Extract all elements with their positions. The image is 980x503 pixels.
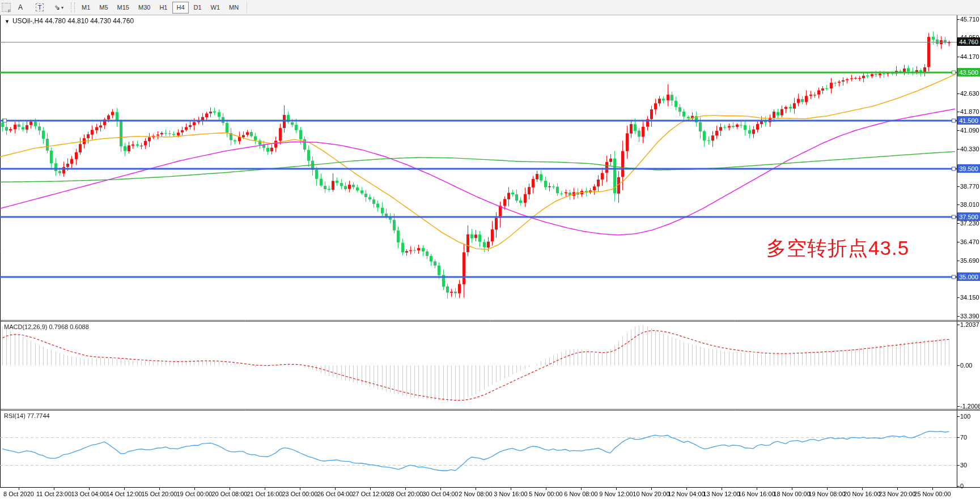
level-price-badge: 43.500 bbox=[957, 68, 980, 76]
time-axis-label: 26 Oct 04:00 bbox=[317, 491, 353, 497]
price-axis-tick: 37.230 bbox=[960, 220, 979, 227]
time-axis-label: 19 Oct 00:00 bbox=[177, 491, 213, 497]
time-axis-label: 11 Oct 23:00 bbox=[36, 491, 71, 497]
time-axis-label: 30 Oct 04:00 bbox=[423, 491, 459, 497]
time-axis-label: 13 Nov 12:00 bbox=[703, 491, 740, 497]
time-axis-label: 15 Oct 20:00 bbox=[142, 491, 177, 497]
time-axis-label: 9 Nov 12:00 bbox=[599, 491, 633, 497]
time-axis-label: 3 Nov 16:00 bbox=[494, 491, 527, 497]
time-axis-label: 20 Nov 16:00 bbox=[843, 491, 880, 497]
chevron-down-icon: ▾ bbox=[61, 5, 63, 10]
timeframe-button-m1[interactable]: M1 bbox=[78, 2, 94, 14]
toolbar-grip-icon[interactable]: F bbox=[2, 3, 11, 12]
price-axis-tick: 44.170 bbox=[960, 53, 979, 60]
macd-axis-tick: -1.2008 bbox=[960, 403, 980, 410]
time-axis-label: 5 Nov 00:00 bbox=[529, 491, 562, 497]
level-price-badge: 39.500 bbox=[957, 164, 980, 173]
time-axis-label: 25 Nov 00:00 bbox=[914, 491, 951, 497]
price-axis-tick: 36.470 bbox=[960, 238, 979, 245]
chart-title: ▼USOil-,H4 44.780 44.810 44.730 44.760 bbox=[5, 17, 134, 25]
price-axis-tick: 45.710 bbox=[960, 16, 979, 23]
toolbar-separator bbox=[71, 2, 75, 12]
time-axis-label: 18 Nov 00:00 bbox=[773, 491, 810, 497]
time-axis-label: 10 Nov 20:00 bbox=[633, 491, 669, 497]
text-label-tool-button[interactable]: A bbox=[12, 1, 29, 14]
level-price-badge: 37.500 bbox=[957, 212, 980, 221]
time-axis-label: 6 Nov 08:00 bbox=[564, 491, 597, 497]
toolbar: F A T ⇘ ▾ M1M5M15M30H1H4D1W1MN bbox=[0, 0, 980, 15]
timeframe-button-w1[interactable]: W1 bbox=[207, 2, 224, 14]
time-axis-label: 12 Nov 04:00 bbox=[668, 491, 705, 497]
rsi-axis-tick: 70 bbox=[960, 434, 967, 441]
terminal-window: F A T ⇘ ▾ M1M5M15M30H1H4D1W1MN ▼USOil-,H… bbox=[0, 0, 980, 503]
rsi-axis-tick: 30 bbox=[960, 462, 967, 468]
price-axis-tick: 35.690 bbox=[960, 257, 979, 264]
timeframe-button-h4[interactable]: H4 bbox=[172, 2, 188, 14]
time-axis-label: 20 Oct 08:00 bbox=[212, 491, 248, 497]
time-axis-label: 23 Oct 00:00 bbox=[282, 491, 318, 497]
time-axis-label: 21 Oct 16:00 bbox=[247, 491, 283, 497]
arrow-tool-icon: ⇘ bbox=[54, 3, 60, 11]
price-axis-tick: 38.770 bbox=[960, 183, 979, 190]
macd-axis-tick: 0.00 bbox=[960, 362, 972, 369]
timeframe-button-mn[interactable]: MN bbox=[225, 2, 243, 14]
timeframe-button-h1[interactable]: H1 bbox=[155, 2, 171, 14]
price-axis-tick: 38.010 bbox=[960, 201, 979, 208]
time-axis-label: 27 Oct 12:00 bbox=[353, 491, 388, 497]
chart-title-text: USOil-,H4 44.780 44.810 44.730 44.760 bbox=[12, 17, 134, 25]
current-price-badge: 44.760 bbox=[957, 37, 980, 46]
level-price-badge: 35.000 bbox=[957, 272, 980, 281]
time-axis-label: 2 Nov 08:00 bbox=[459, 491, 492, 497]
rsi-indicator-label: RSI(14) 77.7744 bbox=[4, 412, 50, 419]
timeframe-button-m15[interactable]: M15 bbox=[113, 2, 133, 14]
chart-annotation-text[interactable]: 多空转折点43.5 bbox=[766, 235, 909, 262]
text-box-icon: T bbox=[36, 3, 44, 11]
time-axis-label: 13 Oct 04:00 bbox=[71, 491, 107, 497]
macd-indicator-label: MACD(12,26,9) 0.7968 0.6088 bbox=[4, 323, 89, 330]
grip-f-label: F bbox=[8, 8, 11, 14]
rsi-axis-tick: 100 bbox=[960, 413, 970, 420]
price-axis-tick: 34.150 bbox=[960, 294, 979, 301]
macd-axis-tick: 1.2037 bbox=[960, 321, 979, 328]
time-axis-label: 14 Oct 12:00 bbox=[107, 491, 142, 497]
timeframe-button-m30[interactable]: M30 bbox=[134, 2, 154, 14]
time-axis-label: 28 Oct 20:00 bbox=[388, 491, 423, 497]
timeframe-group: M1M5M15M30H1H4D1W1MN bbox=[77, 2, 243, 14]
arrow-tool-button[interactable]: ⇘ ▾ bbox=[50, 1, 67, 14]
text-box-tool-button[interactable]: T bbox=[31, 1, 48, 14]
rsi-axis-tick: 0 bbox=[960, 483, 964, 489]
text-label-icon: A bbox=[18, 3, 23, 11]
price-axis-tick: 41.870 bbox=[960, 108, 979, 115]
time-axis-label: 19 Nov 08:00 bbox=[808, 491, 845, 497]
price-axis-tick: 33.390 bbox=[960, 313, 979, 319]
timeframe-button-d1[interactable]: D1 bbox=[190, 2, 206, 14]
collapse-chart-icon[interactable]: ▼ bbox=[5, 19, 10, 24]
time-axis-label: 16 Nov 16:00 bbox=[738, 491, 775, 497]
timeframe-button-m5[interactable]: M5 bbox=[95, 2, 112, 14]
time-axis-label: 23 Nov 20:00 bbox=[879, 491, 915, 497]
level-price-badge: 41.500 bbox=[957, 116, 980, 125]
price-axis-tick: 40.330 bbox=[960, 146, 979, 152]
price-axis-tick: 42.630 bbox=[960, 90, 979, 97]
time-axis-label: 8 Oct 2020 bbox=[3, 491, 34, 497]
toolbar-divider bbox=[247, 2, 247, 13]
price-axis-tick: 41.090 bbox=[960, 127, 979, 134]
